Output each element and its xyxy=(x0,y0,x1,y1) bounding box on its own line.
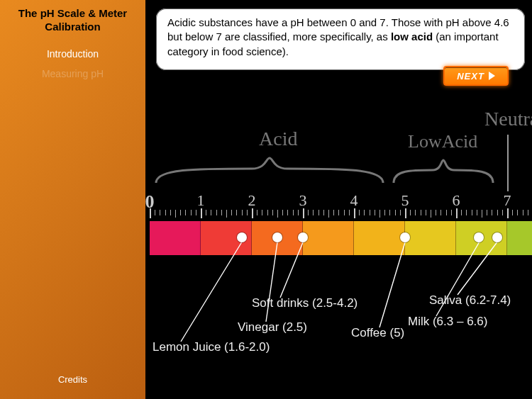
ph-marker-dot xyxy=(400,232,410,242)
ph-marker-dot xyxy=(474,232,484,242)
substance-label: Vinegar (2.5) xyxy=(238,320,307,335)
category-label-lowacid: LowAcid xyxy=(408,131,477,152)
app-title: The pH Scale & Meter Calibration xyxy=(7,7,138,34)
ruler-number: 7 xyxy=(504,191,511,210)
category-label-neutral: Neutral xyxy=(484,108,532,130)
ph-ticks xyxy=(145,210,532,221)
ph-segment xyxy=(405,221,456,255)
substance-label: Lemon Juice (1.6-2.0) xyxy=(153,340,270,354)
ph-segment xyxy=(150,221,201,255)
substance-label: Milk (6.3 – 6.6) xyxy=(408,315,487,329)
ruler-number: 2 xyxy=(248,191,256,210)
sidebar-item-measuring-ph[interactable]: Measuring pH xyxy=(7,68,138,79)
substance-label: Saliva (6.2-7.4) xyxy=(429,293,511,308)
ph-segment xyxy=(303,221,354,255)
ph-marker-dot xyxy=(272,232,282,242)
ruler-number: 1 xyxy=(197,191,205,210)
ruler-number: 5 xyxy=(401,191,409,210)
ruler-number: 6 xyxy=(453,191,460,210)
ph-marker-dot xyxy=(492,232,502,242)
svg-line-3 xyxy=(379,242,405,327)
sidebar: The pH Scale & Meter Calibration Introdu… xyxy=(0,0,145,399)
ph-marker-dot xyxy=(237,232,247,242)
ph-segment xyxy=(354,221,405,255)
ph-segment xyxy=(507,221,532,255)
ruler-number: 3 xyxy=(299,191,307,210)
category-label-acid: Acid xyxy=(259,128,297,150)
arrow-right-icon xyxy=(489,72,495,80)
ph-marker-dot xyxy=(298,232,308,242)
neutral-marker-line xyxy=(507,135,509,191)
credits-link[interactable]: Credits xyxy=(7,374,138,385)
info-box: Acidic substances have a pH between 0 an… xyxy=(156,9,525,70)
sidebar-item-introduction[interactable]: Introduction xyxy=(7,48,138,60)
info-text-bold: low acid xyxy=(391,30,433,43)
substance-label: Coffee (5) xyxy=(351,326,404,340)
main-panel: Acidic substances have a pH between 0 an… xyxy=(145,0,532,399)
spacer xyxy=(7,84,138,375)
brace-acid-icon xyxy=(153,154,387,187)
next-button[interactable]: NEXT xyxy=(443,66,509,86)
brace-lowacid-icon xyxy=(390,154,497,187)
next-button-label: NEXT xyxy=(457,71,484,82)
svg-line-0 xyxy=(181,242,242,342)
ruler-number: 4 xyxy=(350,191,358,210)
substance-label: Soft drinks (2.5-4.2) xyxy=(252,296,358,310)
